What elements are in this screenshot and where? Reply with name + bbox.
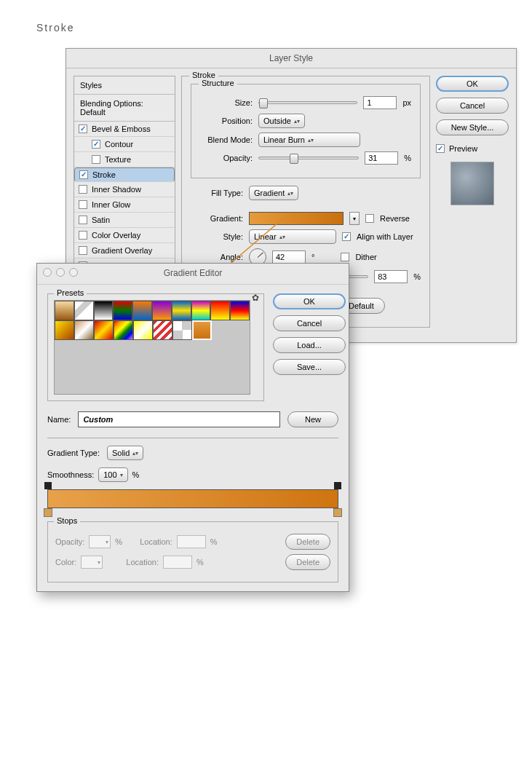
color-stop-right[interactable] <box>333 508 342 517</box>
position-select[interactable]: Outside▴▾ <box>258 114 305 128</box>
blend-mode-label: Blend Mode: <box>200 135 253 144</box>
checkbox-icon[interactable] <box>92 140 100 149</box>
stop-color-location-input[interactable] <box>163 556 192 569</box>
preset-swatch[interactable] <box>114 320 133 340</box>
effect-satin[interactable]: Satin <box>74 213 175 228</box>
fill-type-label: Fill Type: <box>191 189 243 197</box>
ge-cancel-button[interactable]: Cancel <box>273 315 346 331</box>
preset-grid[interactable] <box>54 300 250 395</box>
dialog-title: Layer Style <box>66 49 516 68</box>
presets-box: Presets ✿ <box>47 293 264 401</box>
delete-opacity-stop-button[interactable]: Delete <box>285 534 330 550</box>
opacity-stop-left[interactable] <box>44 482 52 489</box>
ge-save-button[interactable]: Save... <box>273 359 346 375</box>
checkbox-icon[interactable] <box>92 155 100 164</box>
effect-inner-shadow[interactable]: Inner Shadow <box>74 182 175 197</box>
style-select[interactable]: Linear▴▾ <box>249 229 336 244</box>
checkbox-icon[interactable] <box>79 246 87 255</box>
preset-swatch[interactable] <box>153 320 172 340</box>
stop-opacity-label: Opacity: <box>55 537 84 546</box>
chevron-updown-icon: ▴▾ <box>132 450 138 457</box>
preset-swatch[interactable] <box>192 320 212 340</box>
dither-checkbox[interactable] <box>341 253 349 261</box>
ge-load-button[interactable]: Load... <box>273 337 346 353</box>
preset-swatch[interactable] <box>172 320 192 340</box>
preset-swatch[interactable] <box>55 301 74 320</box>
size-slider[interactable] <box>258 101 357 104</box>
stop-color-swatch[interactable]: ▾ <box>81 556 103 569</box>
preview-checkbox[interactable] <box>436 144 445 153</box>
delete-color-stop-button[interactable]: Delete <box>285 554 330 570</box>
gradient-label: Gradient: <box>191 214 243 223</box>
size-input[interactable] <box>363 96 397 109</box>
window-controls[interactable] <box>43 268 78 277</box>
effect-gradient-overlay[interactable]: Gradient Overlay <box>74 243 175 258</box>
angle-unit: ° <box>311 253 314 261</box>
close-icon[interactable] <box>43 268 52 277</box>
new-button[interactable]: New <box>287 411 338 427</box>
preset-swatch[interactable] <box>152 301 172 320</box>
preset-swatch[interactable] <box>132 301 152 320</box>
checkbox-icon[interactable] <box>79 231 87 240</box>
preset-swatch[interactable] <box>172 301 191 320</box>
checkbox-icon[interactable] <box>79 200 87 209</box>
stop-location-input[interactable] <box>177 535 206 548</box>
effect-bevel-emboss[interactable]: Bevel & Emboss <box>74 122 175 137</box>
gradient-bar[interactable] <box>47 489 338 508</box>
checkbox-icon[interactable] <box>79 170 88 179</box>
structure-group: Structure Size: px Position: Outside▴▾ B… <box>191 84 421 178</box>
ok-button[interactable]: OK <box>436 76 509 92</box>
cancel-button[interactable]: Cancel <box>436 98 509 114</box>
preset-swatch[interactable] <box>113 301 132 320</box>
reverse-checkbox[interactable] <box>365 214 374 223</box>
smoothness-select[interactable]: 100▾ <box>98 467 127 482</box>
align-label: Align with Layer <box>357 232 413 241</box>
preset-swatch[interactable] <box>74 301 94 320</box>
stop-location-label: Location: <box>126 558 159 566</box>
preset-swatch[interactable] <box>55 320 74 340</box>
effect-inner-glow[interactable]: Inner Glow <box>74 197 175 213</box>
blending-options-header[interactable]: Blending Options: Default <box>74 95 175 122</box>
checkbox-icon[interactable] <box>79 185 87 194</box>
preset-swatch[interactable] <box>94 301 114 320</box>
minimize-icon[interactable] <box>56 268 65 277</box>
effect-color-overlay[interactable]: Color Overlay <box>74 228 175 243</box>
gradient-dropdown-icon[interactable]: ▾ <box>349 212 360 225</box>
gradient-swatch[interactable] <box>249 212 344 225</box>
stop-opacity-input[interactable]: ▾ <box>89 535 111 548</box>
effect-label: Texture <box>105 155 131 164</box>
preset-swatch[interactable] <box>230 301 250 320</box>
effect-contour[interactable]: Contour <box>74 137 175 152</box>
fill-type-select[interactable]: Gradient▴▾ <box>249 186 298 200</box>
effect-texture[interactable]: Texture <box>74 152 175 167</box>
stop-color-label: Color: <box>55 558 76 566</box>
gear-icon[interactable]: ✿ <box>252 293 259 303</box>
align-checkbox[interactable] <box>342 232 351 241</box>
opacity-slider[interactable] <box>258 157 359 159</box>
blend-mode-select[interactable]: Linear Burn▴▾ <box>258 133 360 147</box>
ge-ok-button[interactable]: OK <box>273 293 346 309</box>
preset-swatch[interactable] <box>133 320 153 340</box>
opacity-input[interactable] <box>365 151 398 165</box>
preset-swatch[interactable] <box>74 320 94 340</box>
checkbox-icon[interactable] <box>79 216 87 224</box>
opacity-stop-right[interactable] <box>334 482 341 489</box>
zoom-icon[interactable] <box>69 268 78 277</box>
gradient-type-select[interactable]: Solid▴▾ <box>107 446 143 460</box>
name-input[interactable] <box>78 411 280 427</box>
new-style-button[interactable]: New Style... <box>436 119 509 135</box>
preset-swatch[interactable] <box>191 301 211 320</box>
position-value: Outside <box>263 117 291 125</box>
effect-label: Contour <box>105 140 133 149</box>
checkbox-icon[interactable] <box>79 125 87 133</box>
preset-swatch[interactable] <box>210 301 230 320</box>
stop-location-label: Location: <box>140 537 172 546</box>
angle-input[interactable] <box>272 250 306 264</box>
preset-swatch[interactable] <box>94 320 114 340</box>
color-stop-left[interactable] <box>44 508 52 517</box>
smoothness-value: 100 <box>103 470 116 479</box>
effect-stroke[interactable]: Stroke <box>74 167 175 182</box>
size-unit: px <box>402 98 411 107</box>
page-heading: Stroke <box>36 22 496 33</box>
styles-header[interactable]: Styles <box>74 76 175 95</box>
